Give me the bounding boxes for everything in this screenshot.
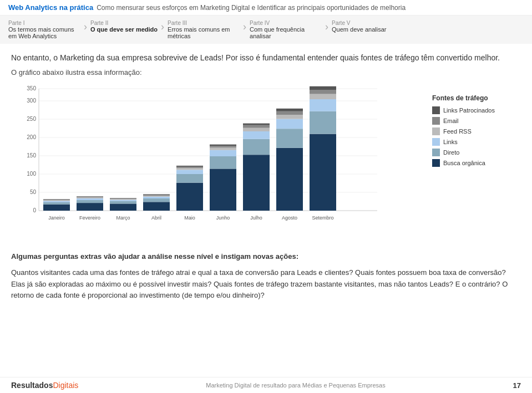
legend-item: Feed RSS [432,127,521,135]
logo-digitais: Digitais [53,381,78,390]
svg-rect-76 [310,99,336,111]
svg-rect-55 [210,150,236,156]
main-content: No entanto, o Marketing da sua empresa s… [0,44,532,314]
svg-rect-72 [276,109,303,111]
svg-rect-23 [43,199,70,200]
svg-rect-50 [176,167,203,169]
svg-rect-32 [110,203,136,211]
svg-rect-25 [77,203,103,211]
svg-rect-22 [43,200,70,200]
svg-rect-69 [276,119,303,129]
footer-tagline: Marketing Digital de resultado para Médi… [206,382,385,389]
svg-rect-33 [110,201,136,203]
svg-text:100: 100 [27,171,36,177]
bottom-section: Algumas perguntas extras vão ajudar a an… [11,251,521,302]
footer-page-number: 17 [513,381,521,390]
svg-rect-36 [110,198,136,199]
svg-rect-62 [243,131,270,139]
legend-label: Busca orgânica [443,160,485,166]
nav-part-1: Parte IOs termos mais comuns em Web Anal… [8,20,80,39]
svg-text:Junho: Junho [216,215,230,221]
legend-item: Email [432,117,521,125]
svg-rect-26 [77,200,103,203]
nav-part-title-1: Os termos mais comuns em Web Analytics [8,26,80,39]
legend-label: Direto [443,149,459,156]
svg-rect-40 [143,198,170,202]
svg-rect-51 [176,166,203,167]
svg-rect-64 [243,125,270,128]
nav-arrow-1: › [84,21,87,33]
svg-text:350: 350 [27,85,36,91]
legend-color-box [432,138,440,146]
chart-title: Fontes de tráfego [432,94,521,102]
nav-part-4: Parte IVCom que frequência analisar [250,20,322,39]
svg-rect-48 [176,170,203,174]
svg-text:50: 50 [30,189,37,195]
svg-rect-71 [276,111,303,115]
svg-rect-20 [43,201,70,203]
nav-part-title-2: O que deve ser medido [90,26,158,33]
intro-text-1: No entanto, o Marketing da sua empresa s… [11,52,521,64]
svg-text:Agosto: Agosto [282,215,297,221]
svg-text:Janeiro: Janeiro [48,215,65,221]
svg-rect-74 [310,134,336,211]
svg-rect-61 [243,139,270,155]
svg-text:300: 300 [27,98,36,104]
svg-text:Setembro: Setembro [312,215,333,221]
legend-label: Email [443,118,459,124]
nav-part-label-3: Parte III [168,20,240,26]
chart-container: 0 50 100 150 200 250 300 350 Janeiro [11,83,521,240]
legend-color-box [432,117,440,125]
svg-rect-19 [43,202,70,205]
svg-text:Maio: Maio [184,215,195,221]
svg-text:150: 150 [27,152,36,159]
legend-item: Direto [432,149,521,156]
chart-intro: O gráfico abaixo ilustra essa informação… [11,68,521,76]
legend-label: Links [443,139,458,145]
svg-rect-53 [210,169,236,211]
svg-rect-67 [276,148,303,211]
svg-rect-70 [276,115,303,119]
svg-rect-79 [310,86,336,90]
svg-rect-27 [77,198,103,200]
svg-rect-34 [110,200,136,202]
nav-part-3: Parte IIIErros mais comuns em métricas [168,20,240,39]
legend-label: Feed RSS [443,128,472,135]
logo-resultados: Resultados [11,381,53,390]
svg-rect-58 [210,145,236,146]
footer-logo: ResultadosDigitais [11,381,78,390]
svg-text:0: 0 [33,207,36,213]
svg-rect-63 [243,128,270,131]
svg-rect-37 [110,198,136,198]
svg-rect-78 [310,90,336,94]
svg-rect-42 [143,196,170,197]
nav-part-5: Parte VQuem deve analisar [332,20,386,33]
legend-item: Busca orgânica [432,159,521,167]
bottom-text-details: Quantos visitantes cada uma das fontes d… [11,267,521,302]
svg-rect-65 [243,124,270,125]
svg-text:Julho: Julho [250,215,262,221]
svg-rect-18 [43,205,70,211]
nav-part-label-1: Parte I [8,20,80,26]
nav-part-label-5: Parte V [332,20,386,26]
bottom-text-question: Algumas perguntas extras vão ajudar a an… [11,251,521,263]
nav-part-title-5: Quem deve analisar [332,26,386,33]
svg-rect-75 [310,111,336,134]
legend-color-box [432,127,440,135]
nav-part-2: Parte IIO que deve ser medido [90,20,158,33]
nav-arrow-4: › [325,21,328,33]
legend-item: Links Patrocinados [432,106,521,114]
svg-rect-35 [110,199,136,200]
svg-rect-44 [143,194,170,195]
svg-rect-56 [210,147,236,150]
legend-color-box [432,159,440,167]
nav-arrow-2: › [161,21,164,33]
svg-rect-21 [43,200,70,201]
svg-text:Março: Março [116,215,130,221]
legend-color-box [432,106,440,114]
svg-rect-30 [77,196,103,197]
navigation-bar: Parte IOs termos mais comuns em Web Anal… [0,16,532,44]
svg-text:200: 200 [27,134,36,140]
svg-rect-39 [143,202,170,211]
svg-rect-43 [143,195,170,196]
